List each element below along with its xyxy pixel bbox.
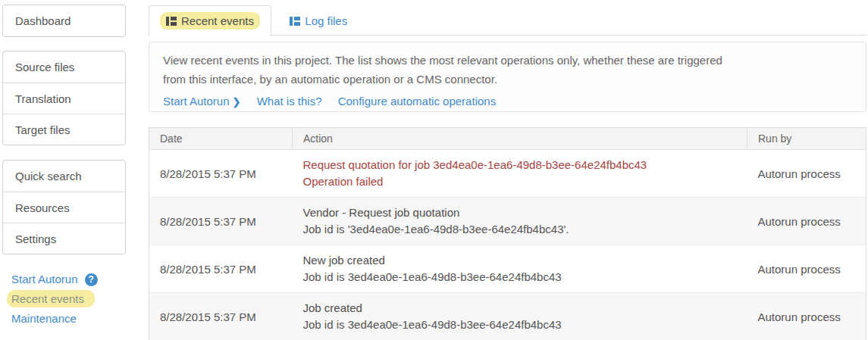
column-header-date: Date xyxy=(149,128,293,150)
event-run-by: Autorun process xyxy=(747,150,866,198)
tab-recent-events[interactable]: Recent events xyxy=(149,5,271,36)
what-is-this-link[interactable]: What is this? xyxy=(257,95,322,108)
event-action-detail: Job id is 3ed4ea0e-1ea6-49d8-b3ee-64e24f… xyxy=(303,269,737,285)
configure-automatic-operations-link[interactable]: Configure automatic operations xyxy=(338,95,496,108)
sidebar-item-source-files[interactable]: Source files xyxy=(3,51,125,83)
event-action-detail: Job id is '3ed4ea0e-1ea6-49d8-b3ee-64e24… xyxy=(303,221,737,238)
event-run-by: Autorun process xyxy=(747,293,866,340)
sidebar-box-dashboard: Dashboard xyxy=(2,5,126,37)
panel-links: Start Autorun❯ What is this? Configure a… xyxy=(163,95,852,108)
chevron-right-icon: ❯ xyxy=(233,96,241,108)
panel-description: View recent events in this project. The … xyxy=(163,51,728,89)
tab-log-files[interactable]: Log files xyxy=(274,6,362,36)
event-action-title: New job created xyxy=(303,252,737,269)
sidebar-item-quick-search[interactable]: Quick search xyxy=(3,161,125,192)
sidebar-link-recent-events[interactable]: Recent events xyxy=(11,291,133,307)
highlight-marker: Recent events xyxy=(7,290,95,307)
table-row: 8/28/2015 5:37 PM Request quotation for … xyxy=(149,150,866,198)
event-action-title: Job created xyxy=(303,300,737,317)
tab-description-panel: View recent events in this project. The … xyxy=(149,42,866,112)
table-row: 8/28/2015 5:37 PM Vendor - Request job q… xyxy=(149,198,866,245)
column-header-run-by: Run by xyxy=(747,128,866,150)
event-action-title: Request quotation for job 3ed4ea0e-1ea6-… xyxy=(303,157,737,173)
column-header-action: Action xyxy=(293,128,747,150)
event-date: 8/28/2015 5:37 PM xyxy=(149,293,293,340)
start-autorun-link[interactable]: Start Autorun❯ xyxy=(163,95,240,108)
sidebar-box-files: Source files Translation Target files xyxy=(2,51,126,145)
sidebar-link-maintenance[interactable]: Maintenance xyxy=(11,310,133,327)
event-date: 8/28/2015 5:37 PM xyxy=(149,198,293,245)
sidebar-item-resources[interactable]: Resources xyxy=(3,192,125,223)
table-row: 8/28/2015 5:37 PM Job created Job id is … xyxy=(149,293,866,340)
sidebar-item-target-files[interactable]: Target files xyxy=(3,114,125,145)
help-icon[interactable]: ? xyxy=(85,273,98,286)
sidebar-box-tools: Quick search Resources Settings xyxy=(2,160,126,254)
sidebar-link-start-autorun[interactable]: Start Autorun xyxy=(11,271,78,288)
sidebar-links: Start Autorun ? Recent events Maintenanc… xyxy=(11,271,133,330)
event-date: 8/28/2015 5:37 PM xyxy=(149,245,293,293)
event-date: 8/28/2015 5:37 PM xyxy=(149,150,293,198)
sidebar-item-translation[interactable]: Translation xyxy=(3,83,125,114)
events-list-icon xyxy=(166,15,177,24)
log-files-icon xyxy=(290,15,300,24)
table-header-row: Date Action Run by xyxy=(149,128,866,150)
sidebar-item-settings[interactable]: Settings xyxy=(3,223,125,254)
event-run-by: Autorun process xyxy=(747,245,866,293)
recent-events-table: Date Action Run by 8/28/2015 5:37 PM Req… xyxy=(149,127,866,340)
event-action-title: Vendor - Request job quotation xyxy=(303,204,737,221)
event-run-by: Autorun process xyxy=(747,198,866,245)
tab-bar: Recent events Log files xyxy=(149,5,866,36)
event-action-detail: Operation failed xyxy=(303,173,737,190)
tab-log-files-label: Log files xyxy=(305,14,347,27)
event-action-detail: Job id is 3ed4ea0e-1ea6-49d8-b3ee-64e24f… xyxy=(303,317,737,333)
sidebar-item-dashboard[interactable]: Dashboard xyxy=(3,5,125,36)
table-row: 8/28/2015 5:37 PM New job created Job id… xyxy=(149,245,866,293)
tab-recent-events-label: Recent events xyxy=(181,14,254,27)
